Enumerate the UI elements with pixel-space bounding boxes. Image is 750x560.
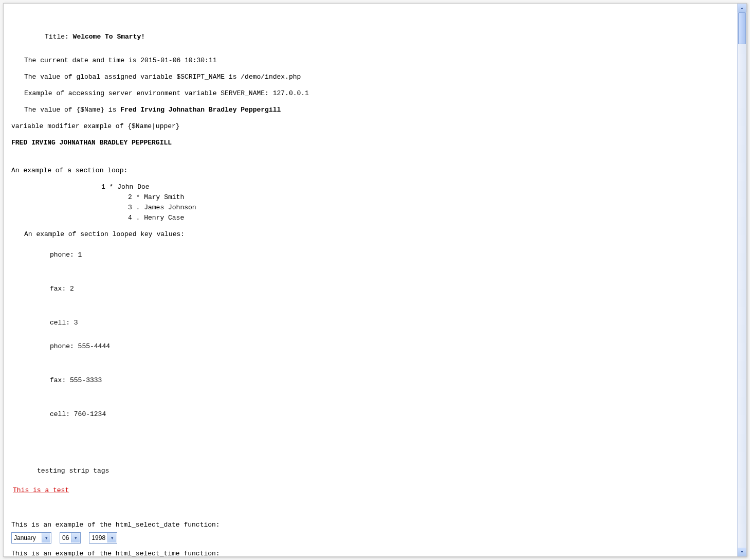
loop-item: 2 * Mary Smith: [4, 192, 738, 203]
kv-item: fax: 555-3333: [4, 375, 738, 386]
chevron-down-icon: ▾: [107, 533, 116, 543]
scroll-up-arrow[interactable]: ▴: [738, 4, 746, 12]
line-name: The value of {$Name} is Fred Irving John…: [4, 105, 738, 115]
kv-item: cell: 3: [4, 318, 738, 328]
loop-item: 4 . Henry Case: [4, 213, 738, 223]
document-panel: Title: Welcome To Smarty! The current da…: [3, 3, 747, 557]
line-name-upper: FRED IRVING JOHNATHAN BRADLEY PEPPERGILL: [4, 138, 738, 148]
strip-test-link[interactable]: This is a test: [4, 486, 69, 494]
section-loop-label: An example of a section loop:: [4, 166, 738, 176]
scroll-track[interactable]: [738, 12, 746, 548]
select-month[interactable]: January ▾: [11, 532, 51, 544]
select-date-row: January ▾ 06 ▾ 1998 ▾: [4, 532, 738, 544]
title-text: Welcome To Smarty!: [73, 33, 145, 41]
select-day[interactable]: 06 ▾: [60, 532, 81, 544]
kv-item: fax: 2: [4, 284, 738, 294]
scroll-down-arrow[interactable]: ▾: [738, 548, 746, 556]
select-time-label: This is an example of the html_select_ti…: [4, 549, 738, 556]
line-server-name: Example of accessing server environment …: [4, 88, 738, 99]
keyvalues-label: An example of section looped key values:: [4, 229, 738, 240]
line-modifier-label: variable modifier example of {$Name|uppe…: [4, 121, 738, 132]
kv-item: phone: 555-4444: [4, 341, 738, 352]
scroll-thumb[interactable]: [738, 12, 746, 44]
line-datetime: The current date and time is 2015-01-06 …: [4, 56, 738, 66]
kv-item: cell: 760-1234: [4, 409, 738, 420]
loop-item: 3 . James Johnson: [4, 203, 738, 213]
title-prefix: Title:: [45, 33, 73, 41]
loop-item: 1 * John Doe: [4, 182, 738, 192]
select-date-label: This is an example of the html_select_da…: [4, 520, 738, 530]
strip-tags-label: testing strip tags: [4, 466, 738, 476]
line-script-name: The value of global assigned variable $S…: [4, 72, 738, 82]
vertical-scrollbar[interactable]: ▴ ▾: [737, 4, 746, 556]
chevron-down-icon: ▾: [42, 533, 50, 543]
select-year[interactable]: 1998 ▾: [89, 532, 117, 544]
document-content: Title: Welcome To Smarty! The current da…: [4, 4, 738, 556]
page-title: Title: Welcome To Smarty!: [4, 32, 738, 42]
kv-item: phone: 1: [4, 250, 738, 260]
chevron-down-icon: ▾: [71, 533, 80, 543]
